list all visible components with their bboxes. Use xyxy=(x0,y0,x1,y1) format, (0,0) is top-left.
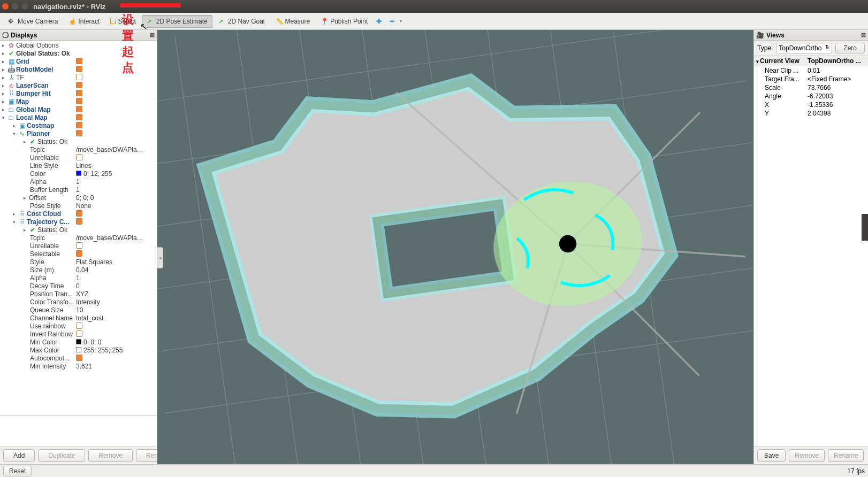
remove-tool-button[interactable]: ━▾ xyxy=(387,15,405,28)
check-icon: ✔ xyxy=(29,227,36,234)
checkbox[interactable] xyxy=(76,210,82,217)
checkbox[interactable] xyxy=(76,74,82,80)
checkbox[interactable] xyxy=(76,90,82,96)
rename-view-button[interactable]: Rename xyxy=(828,449,864,462)
pose-estimate-button[interactable]: ➚2D Pose Estimate xyxy=(142,15,212,28)
pin-icon: 📍 xyxy=(321,18,328,25)
color-swatch[interactable] xyxy=(76,339,81,344)
laser-icon: ⎋ xyxy=(7,83,15,89)
type-label: Type: xyxy=(757,44,773,52)
color-swatch[interactable] xyxy=(76,171,81,176)
move-camera-icon: ✥ xyxy=(8,18,16,25)
checkbox[interactable] xyxy=(76,242,82,249)
points-icon: ⠿ xyxy=(18,211,26,218)
window-close-button[interactable] xyxy=(2,3,9,10)
folder-icon: 🗀 xyxy=(7,107,15,113)
checkbox[interactable] xyxy=(76,98,82,104)
views-tree[interactable]: ▾Current ViewTopDownOrtho ... Near Clip … xyxy=(754,56,868,447)
fps-counter: 17 fps xyxy=(847,467,865,475)
checkbox[interactable] xyxy=(76,154,82,160)
views-panel-header[interactable]: 🎥 Views ⊠ xyxy=(754,30,868,41)
view-type-select[interactable]: TopDownOrtho⇅ xyxy=(776,43,832,53)
save-view-button[interactable]: Save xyxy=(757,449,786,462)
publish-point-button[interactable]: 📍Publish Point xyxy=(316,15,372,28)
displays-panel: 🖵 Displays ⊠ ▸✿Global Options ▸✔Global S… xyxy=(0,30,157,464)
points-icon: ⠿ xyxy=(18,219,26,226)
robot-icon: 🤖 xyxy=(7,67,15,73)
chevron-icon: ⇅ xyxy=(825,44,829,52)
map-icon: ▣ xyxy=(18,123,26,129)
map-icon: ▣ xyxy=(7,99,15,105)
window-titlebar: navigation.rviz* - RViz xyxy=(0,0,868,13)
panel-close-icon[interactable]: ⊠ xyxy=(150,32,155,39)
select-icon xyxy=(110,19,116,24)
camera-icon: 🎥 xyxy=(756,32,764,39)
description-area xyxy=(0,415,157,447)
plus-icon: ✚ xyxy=(376,18,384,25)
window-title: navigation.rviz* - RViz xyxy=(33,3,105,11)
main-toolbar: ✥Move Camera ☝Interact Select ➚2D Pose E… xyxy=(0,13,868,30)
arrow-green-icon: ➚ xyxy=(147,18,154,25)
displays-panel-header[interactable]: 🖵 Displays ⊠ xyxy=(0,30,157,41)
checkbox[interactable] xyxy=(76,58,82,64)
select-button[interactable]: Select xyxy=(105,15,140,28)
checkbox[interactable] xyxy=(76,114,82,120)
ruler-icon: 📏 xyxy=(276,18,283,25)
checkbox[interactable] xyxy=(76,82,82,88)
checkbox[interactable] xyxy=(76,106,82,112)
checkbox[interactable] xyxy=(76,122,82,128)
checkbox[interactable] xyxy=(76,322,82,329)
zero-button[interactable]: Zero xyxy=(835,43,865,53)
checkbox[interactable] xyxy=(76,66,82,72)
nav-goal-button[interactable]: ➚2D Nav Goal xyxy=(214,15,270,28)
add-tool-button[interactable]: ✚ xyxy=(374,15,386,28)
remove-view-button[interactable]: Remove xyxy=(789,449,825,462)
reset-button[interactable]: Reset xyxy=(3,466,32,476)
interact-button[interactable]: ☝Interact xyxy=(64,15,104,28)
folder-icon: 🗀 xyxy=(7,115,15,121)
window-minimize-button[interactable] xyxy=(12,3,18,10)
move-camera-button[interactable]: ✥Move Camera xyxy=(3,15,63,28)
check-icon: ✔ xyxy=(29,139,36,145)
gear-icon: ✿ xyxy=(7,43,15,49)
minus-icon: ━ xyxy=(390,18,398,25)
checkbox[interactable] xyxy=(76,330,82,337)
right-splitter-handle[interactable] xyxy=(862,214,868,241)
left-splitter-handle[interactable]: ◂ xyxy=(157,247,163,268)
status-bar: Reset 17 fps xyxy=(0,464,868,477)
interact-icon: ☝ xyxy=(68,18,76,25)
color-swatch[interactable] xyxy=(76,347,81,352)
grid-icon: ▦ xyxy=(7,59,15,65)
arrow-green-icon: ➚ xyxy=(218,18,226,25)
check-icon: ✔ xyxy=(7,51,15,57)
duplicate-button[interactable]: Duplicate xyxy=(38,449,85,462)
monitor-icon: 🖵 xyxy=(2,32,9,39)
displays-tree[interactable]: ▸✿Global Options ▸✔Global Status: Ok ▸▦G… xyxy=(0,41,157,415)
checkbox[interactable] xyxy=(76,250,82,257)
map-visualization xyxy=(157,30,753,464)
views-panel: 🎥 Views ⊠ Type: TopDownOrtho⇅ Zero ▾Curr… xyxy=(753,30,868,464)
measure-button[interactable]: 📏Measure xyxy=(271,15,315,28)
path-icon: ∿ xyxy=(18,131,26,137)
panel-close-icon[interactable]: ⊠ xyxy=(861,32,866,39)
3d-viewport[interactable] xyxy=(157,30,753,464)
checkbox[interactable] xyxy=(76,218,82,225)
window-maximize-button[interactable] xyxy=(21,3,28,10)
tf-icon: ⅄ xyxy=(7,75,15,81)
remove-button[interactable]: Remove xyxy=(88,449,133,462)
checkbox[interactable] xyxy=(76,355,82,361)
add-button[interactable]: Add xyxy=(3,449,35,462)
checkbox[interactable] xyxy=(76,130,82,136)
points-icon: ⠿ xyxy=(7,91,15,97)
